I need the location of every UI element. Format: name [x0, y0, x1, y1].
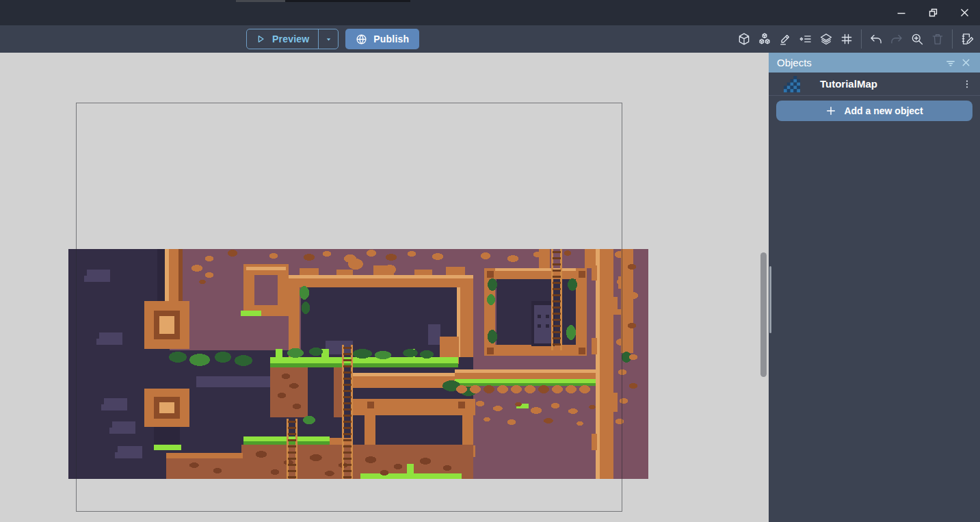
grid-icon[interactable]: [838, 29, 856, 49]
preview-button[interactable]: Preview: [247, 29, 318, 49]
maximize-button[interactable]: [917, 0, 949, 25]
tilemap-thumbnail-icon: [784, 76, 800, 92]
zoom-in-icon[interactable]: [908, 29, 926, 49]
publish-label: Publish: [373, 34, 409, 44]
instances-list-icon[interactable]: [797, 29, 815, 49]
panel-scrollbar[interactable]: [769, 266, 771, 333]
toolbar-separator: [861, 29, 862, 49]
objects-cubes-icon[interactable]: [756, 29, 773, 49]
close-button[interactable]: [949, 0, 980, 25]
window-titlebar: [0, 0, 980, 25]
canvas-vertical-scrollbar[interactable]: [760, 252, 767, 377]
add-new-object-label: Add a new object: [844, 105, 923, 116]
trash-icon[interactable]: [929, 29, 946, 49]
filter-icon[interactable]: [943, 55, 958, 70]
object-name-label: TutorialMap: [820, 78, 959, 90]
toolbar-separator: [952, 29, 953, 49]
add-new-object-button[interactable]: Add a new object: [776, 101, 972, 121]
objects-panel-title: Objects: [777, 57, 943, 68]
top-tab-strip-dark: [285, 0, 410, 2]
main-toolbar: Preview Publish: [0, 25, 980, 53]
cube-3d-icon[interactable]: [735, 29, 753, 49]
edit-pencil-icon[interactable]: [776, 29, 794, 49]
object-list-item-tutorialmap[interactable]: TutorialMap: [769, 73, 980, 96]
objects-panel: Objects TutorialMap Add a new object: [769, 53, 980, 522]
play-icon: [255, 34, 266, 44]
objects-panel-header: Objects: [769, 53, 980, 73]
preview-split-button: Preview: [246, 29, 339, 49]
minimize-button[interactable]: [886, 0, 917, 25]
minimize-icon: [897, 8, 906, 18]
redo-icon[interactable]: [888, 29, 905, 49]
restore-icon: [928, 8, 938, 18]
tilemap-instance[interactable]: [68, 249, 648, 479]
publish-button[interactable]: Publish: [345, 29, 419, 49]
preview-label: Preview: [272, 34, 309, 44]
top-tab-strip-light: [236, 0, 285, 2]
tilemap-art: [68, 249, 648, 479]
layers-icon[interactable]: [817, 29, 835, 49]
plus-icon: [825, 105, 836, 116]
window-controls: [886, 0, 980, 25]
scene-editor-canvas[interactable]: [0, 53, 769, 522]
toolbar-icon-group: [735, 29, 976, 49]
kebab-menu-icon[interactable]: [959, 75, 975, 93]
close-panel-icon[interactable]: [958, 55, 973, 70]
undo-icon[interactable]: [867, 29, 885, 49]
close-icon: [959, 8, 970, 18]
properties-icon[interactable]: [958, 29, 976, 49]
preview-dropdown-button[interactable]: [318, 29, 338, 49]
globe-icon: [356, 34, 367, 45]
caret-down-icon: [325, 36, 332, 43]
